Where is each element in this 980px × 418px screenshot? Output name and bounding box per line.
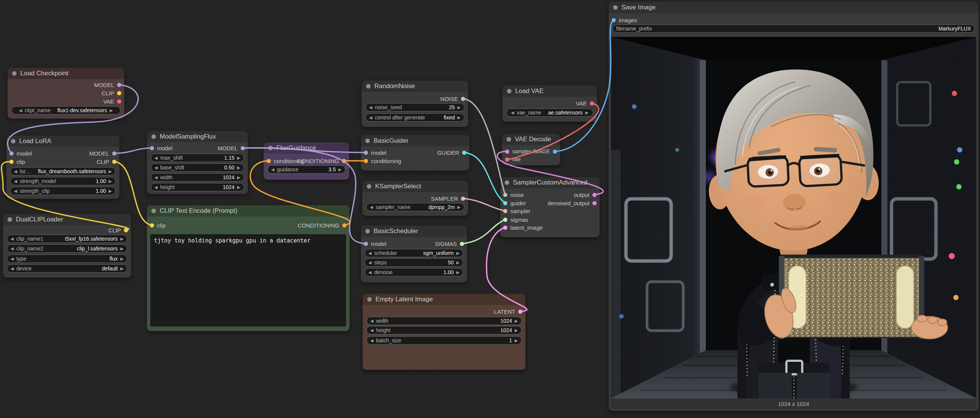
decrement-arrow-icon[interactable]: ◀	[271, 168, 274, 172]
node-header[interactable]: CLIP Text Encode (Prompt)	[147, 205, 350, 216]
sampler-slot-icon[interactable]	[503, 209, 508, 213]
guider-slot-icon[interactable]	[503, 201, 508, 205]
filename-prefix-widget[interactable]: filename_prefix MarkuryFLUX	[612, 24, 975, 33]
model-slot-icon[interactable]	[241, 146, 245, 150]
increment-arrow-icon[interactable]: ▶	[237, 175, 240, 180]
decrement-arrow-icon[interactable]: ◀	[370, 328, 373, 332]
vae-name-widget[interactable]: ◀ vae_name ae.safetensors ▶	[506, 108, 593, 117]
strength-model-widget[interactable]: ◀ strength_model 1.00 ▶	[10, 177, 116, 185]
output-slot-output[interactable]: output	[574, 191, 597, 199]
input-slot-samples[interactable]: samples	[505, 148, 532, 155]
generated-image-preview[interactable]	[611, 37, 976, 399]
input-slot-sigmas[interactable]: sigmas	[503, 216, 528, 223]
increment-arrow-icon[interactable]: ▶	[515, 339, 518, 343]
clip-slot-icon[interactable]	[150, 223, 154, 227]
input-slot-clip[interactable]: clip	[10, 158, 25, 165]
decrement-arrow-icon[interactable]: ◀	[511, 111, 514, 115]
increment-arrow-icon[interactable]: ▶	[339, 168, 342, 172]
increment-arrow-icon[interactable]: ▶	[457, 270, 460, 275]
output-slot-latent[interactable]: LATENT	[494, 308, 522, 315]
node-load-lora[interactable]: Load LoRA model MODEL clip CLIP ◀ lor ..…	[6, 135, 119, 199]
increment-arrow-icon[interactable]: ▶	[121, 257, 124, 261]
decrement-arrow-icon[interactable]: ◀	[368, 261, 371, 265]
input-slot-model[interactable]: model	[364, 240, 387, 247]
clip-slot-icon[interactable]	[10, 160, 14, 164]
output-slot-clip[interactable]: CLIP	[102, 89, 121, 97]
output-slot-conditioning[interactable]: CONDITIONING	[297, 157, 346, 165]
latent-slot-icon[interactable]	[518, 310, 522, 314]
decrement-arrow-icon[interactable]: ◀	[14, 189, 17, 193]
output-slot-clip[interactable]: CLIP	[97, 158, 116, 165]
decrement-arrow-icon[interactable]: ◀	[369, 105, 372, 110]
decrement-arrow-icon[interactable]: ◀	[154, 156, 158, 160]
node-header[interactable]: FluxGuidance	[264, 142, 349, 154]
increment-arrow-icon[interactable]: ▶	[237, 166, 240, 170]
conditioning-slot-icon[interactable]	[267, 159, 271, 163]
input-slot-model[interactable]: model	[10, 149, 32, 157]
denoise-widget[interactable]: ◀ denoise 1.00 ▶	[364, 268, 463, 277]
comfyui-graph-canvas[interactable]: Load Checkpoint MODEL CLIP VAE ◀ ckpt_na…	[0, 0, 980, 418]
decrement-arrow-icon[interactable]: ◀	[370, 339, 373, 343]
collapse-dot-icon[interactable]	[151, 134, 156, 139]
decrement-arrow-icon[interactable]: ◀	[19, 108, 22, 113]
node-header[interactable]: Empty Latent Image	[363, 294, 525, 305]
increment-arrow-icon[interactable]: ▶	[457, 261, 460, 265]
node-header[interactable]: Save Image	[609, 2, 978, 13]
collapse-dot-icon[interactable]	[151, 209, 156, 213]
decrement-arrow-icon[interactable]: ◀	[154, 175, 158, 180]
output-slot-model[interactable]: MODEL	[89, 149, 116, 157]
sigmas-slot-icon[interactable]	[460, 242, 464, 246]
collapse-dot-icon[interactable]	[268, 146, 273, 150]
output-slot-image[interactable]: IMAGE	[533, 148, 557, 155]
height-widget[interactable]: ◀ height 1024 ▶	[366, 326, 522, 334]
clip-slot-icon[interactable]	[117, 91, 121, 95]
decrement-arrow-icon[interactable]: ◀	[11, 237, 14, 241]
collapse-dot-icon[interactable]	[507, 137, 511, 141]
increment-arrow-icon[interactable]: ▶	[237, 185, 240, 189]
vae-slot-icon[interactable]	[117, 99, 121, 103]
output-slot-guider[interactable]: GUIDER	[437, 149, 466, 156]
input-slot-latent-image[interactable]: latent_image	[503, 224, 543, 231]
max-shift-widget[interactable]: ◀ max_shift 1.15 ▶	[151, 154, 244, 162]
clip-slot-icon[interactable]	[124, 228, 128, 232]
node-random-noise[interactable]: RandomNoise NOISE ◀ noise_seed 25 ▶ ◀ co…	[361, 81, 468, 127]
node-ksampler-select[interactable]: KSamplerSelect SAMPLER ◀ sampler_name dp…	[362, 181, 468, 216]
node-flux-guidance[interactable]: FluxGuidance conditioning CONDITIONING ◀…	[264, 142, 349, 180]
input-slot-model[interactable]: model	[150, 144, 172, 152]
collapse-dot-icon[interactable]	[367, 184, 371, 189]
node-vae-decode[interactable]: VAE Decode samples IMAGE vae	[502, 134, 560, 165]
increment-arrow-icon[interactable]: ▶	[121, 237, 124, 241]
model-slot-icon[interactable]	[364, 242, 368, 246]
node-header[interactable]: BasicGuider	[361, 135, 469, 146]
ckpt-name-widget[interactable]: ◀ ckpt_name flux1-dev.safetensors ▶	[11, 106, 121, 114]
increment-arrow-icon[interactable]: ▶	[109, 189, 112, 193]
output-slot-noise[interactable]: NOISE	[440, 95, 465, 102]
increment-arrow-icon[interactable]: ▶	[457, 251, 460, 255]
node-load-vae[interactable]: Load VAE VAE ◀ vae_name ae.safetensors ▶	[503, 86, 597, 122]
input-slot-conditioning[interactable]: conditioning	[364, 157, 401, 165]
collapse-dot-icon[interactable]	[505, 180, 509, 185]
decrement-arrow-icon[interactable]: ◀	[369, 116, 372, 120]
collapse-dot-icon[interactable]	[365, 138, 370, 143]
latent-slot-icon[interactable]	[505, 149, 509, 154]
clip-slot-icon[interactable]	[112, 160, 116, 164]
node-header[interactable]: VAE Decode	[502, 134, 560, 145]
decrement-arrow-icon[interactable]: ◀	[154, 185, 158, 189]
input-slot-model[interactable]: model	[364, 149, 387, 156]
decrement-arrow-icon[interactable]: ◀	[14, 179, 17, 183]
input-slot-noise[interactable]: noise	[503, 191, 524, 199]
guider-slot-icon[interactable]	[462, 151, 466, 155]
model-slot-icon[interactable]	[117, 83, 121, 87]
node-header[interactable]: BasicScheduler	[361, 226, 467, 237]
node-header[interactable]: DualCLIPLoader	[3, 214, 131, 225]
sigmas-slot-icon[interactable]	[503, 218, 508, 222]
increment-arrow-icon[interactable]: ▶	[110, 108, 113, 113]
latent-slot-icon[interactable]	[592, 193, 597, 197]
node-header[interactable]: Load VAE	[503, 86, 597, 97]
node-header[interactable]: ModelSamplingFlux	[147, 131, 248, 142]
increment-arrow-icon[interactable]: ▶	[515, 328, 518, 332]
control-after-generate-widget[interactable]: ◀ control after generate fixed ▶	[365, 113, 465, 122]
node-basic-scheduler[interactable]: BasicScheduler model SIGMAS ◀ scheduler …	[361, 226, 467, 283]
decrement-arrow-icon[interactable]: ◀	[370, 319, 373, 323]
input-slot-clip[interactable]: clip	[150, 221, 166, 229]
